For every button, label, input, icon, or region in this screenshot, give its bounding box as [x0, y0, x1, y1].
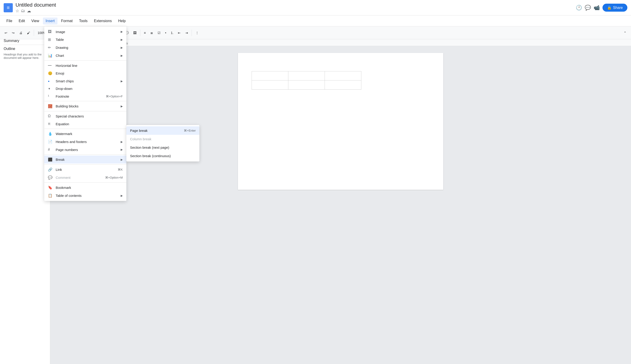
menu-item-footnote[interactable]: ¹ Footnote ⌘+Option+F — [44, 92, 126, 100]
sidebar-summary-label: Summary — [4, 39, 46, 43]
video-call-icon[interactable]: 📹 — [594, 5, 600, 11]
indent-increase-button[interactable]: ⇥ — [184, 30, 190, 36]
footnote-icon: ¹ — [48, 94, 54, 98]
drawing-menu-icon: ✏ — [48, 46, 54, 50]
sidebar-outline-hint: Headings that you add to the document wi… — [4, 53, 46, 60]
equation-label: Equation — [56, 122, 123, 126]
menu-item-break[interactable]: ⬛ Break ▶ — [44, 156, 126, 164]
print-button[interactable]: 🖨 — [17, 30, 24, 36]
equation-icon: π — [48, 122, 54, 126]
submenu-item-section-break-cont[interactable]: Section break (continuous) — [126, 152, 200, 160]
submenu-item-section-break-next[interactable]: Section break (next page) — [126, 143, 200, 152]
menu-edit[interactable]: Edit — [16, 18, 28, 24]
column-break-label: Column break — [130, 137, 196, 141]
line-spacing-button[interactable]: ≣ — [148, 30, 155, 36]
align-button[interactable]: ≡ — [142, 30, 148, 36]
menu-item-watermark[interactable]: 💧 Watermark — [44, 130, 126, 138]
toc-icon: 📋 — [48, 194, 54, 198]
chart-menu-icon: 📊 — [48, 53, 54, 58]
chat-icon[interactable]: 💬 — [585, 5, 591, 11]
menu-item-image[interactable]: 🖼 Image ▶ — [44, 28, 126, 36]
more-tools-button[interactable]: ⋮ — [194, 30, 200, 36]
menu-item-headers-footers[interactable]: 📄 Headers and footers ▶ — [44, 138, 126, 146]
headers-footers-arrow-icon: ▶ — [121, 140, 123, 144]
history-icon[interactable]: 🕐 — [576, 5, 582, 11]
footnote-shortcut: ⌘+Option+F — [106, 95, 123, 98]
collapse-toolbar-button[interactable]: ⌃ — [622, 30, 628, 36]
headers-footers-icon: 📄 — [48, 140, 54, 144]
footnote-label: Footnote — [56, 94, 106, 98]
menu-format[interactable]: Format — [58, 18, 76, 24]
divider-after-comment — [44, 182, 126, 183]
numbered-list-button[interactable]: 1. — [169, 30, 176, 36]
table-cell — [325, 80, 361, 90]
checklist-button[interactable]: ☑ — [156, 30, 162, 36]
undo-button[interactable]: ↩ — [3, 30, 9, 36]
page-break-shortcut: ⌘+Enter — [184, 129, 196, 132]
menu-item-building-blocks[interactable]: 🧱 Building blocks ▶ — [44, 102, 126, 110]
headers-footers-label: Headers and footers — [56, 140, 121, 144]
menu-item-dropdown[interactable]: ▼ Drop-down — [44, 85, 126, 92]
divider-after-chart — [44, 60, 126, 61]
menu-view[interactable]: View — [28, 18, 42, 24]
watermark-label: Watermark — [56, 132, 123, 136]
menu-item-table-of-contents[interactable]: 📋 Table of contents ▶ — [44, 192, 126, 200]
doc-title[interactable]: Untitled document — [16, 2, 576, 8]
divider-after-page-numbers — [44, 154, 126, 155]
document-area — [50, 46, 631, 364]
menu-item-link[interactable]: 🔗 Link ⌘K — [44, 166, 126, 174]
folder-icon[interactable]: 🗂 — [21, 8, 25, 13]
paint-format-button[interactable]: 🖌 — [25, 30, 32, 36]
menu-file[interactable]: File — [4, 18, 15, 24]
image-menu-icon: 🖼 — [48, 30, 54, 34]
special-chars-icon: Ω — [48, 114, 54, 118]
star-icon[interactable]: ☆ — [16, 8, 19, 14]
menu-item-emoji[interactable]: 😊 Emoji — [44, 69, 126, 77]
break-arrow-icon: ▶ — [121, 158, 123, 161]
menu-item-chart[interactable]: 📊 Chart ▶ — [44, 52, 126, 60]
image-button[interactable]: 🖼 — [132, 30, 138, 36]
bullet-list-button[interactable]: • — [163, 30, 168, 36]
smart-chips-icon: ● — [48, 80, 54, 83]
menu-extensions[interactable]: Extensions — [91, 18, 114, 24]
menu-item-bookmark[interactable]: 🔖 Bookmark — [44, 184, 126, 192]
section-break-cont-label: Section break (continuous) — [130, 154, 196, 158]
demo-table — [252, 71, 361, 90]
top-right-area: 🕐 💬 📹 🔒 Share — [576, 4, 627, 12]
topbar: ≡ Untitled document ☆ 🗂 ☁ 🕐 💬 📹 🔒 Share — [0, 0, 631, 16]
menu-help[interactable]: Help — [116, 18, 128, 24]
redo-button[interactable]: ↪ — [10, 30, 16, 36]
share-button[interactable]: 🔒 Share — [602, 4, 627, 12]
toc-label: Table of contents — [56, 194, 121, 198]
image-arrow-icon: ▶ — [121, 30, 123, 33]
page-numbers-icon: # — [48, 148, 54, 152]
separator-5 — [140, 30, 140, 36]
submenu-item-page-break[interactable]: Page break ⌘+Enter — [126, 126, 200, 135]
table-cell — [325, 72, 361, 80]
cloud-icon[interactable]: ☁ — [27, 8, 31, 14]
menu-item-table[interactable]: ⊞ Table ▶ — [44, 36, 126, 44]
table-cell — [252, 72, 288, 80]
horizontal-line-icon: — — [48, 64, 54, 68]
indent-decrease-button[interactable]: ⇤ — [176, 30, 182, 36]
table-cell — [288, 80, 325, 90]
menu-item-page-numbers[interactable]: # Page numbers ▶ — [44, 146, 126, 154]
menu-item-smart-chips[interactable]: ● Smart chips ▶ — [44, 77, 126, 85]
table-row — [252, 72, 361, 80]
chart-menu-label: Chart — [56, 54, 121, 58]
menu-tools[interactable]: Tools — [76, 18, 90, 24]
menu-item-equation[interactable]: π Equation — [44, 120, 126, 128]
table-menu-icon: ⊞ — [48, 38, 54, 42]
break-label: Break — [56, 158, 121, 162]
menu-insert[interactable]: Insert — [43, 18, 58, 24]
table-arrow-icon: ▶ — [121, 38, 123, 41]
image-menu-label: Image — [56, 30, 121, 34]
doc-icon-symbol: ≡ — [7, 5, 10, 11]
menu-item-special-characters[interactable]: Ω Special characters — [44, 112, 126, 120]
smart-chips-label: Smart chips — [56, 79, 121, 83]
menu-item-horizontal-line[interactable]: — Horizontal line — [44, 62, 126, 69]
page-numbers-arrow-icon: ▶ — [121, 148, 123, 151]
google-docs-icon: ≡ — [4, 3, 13, 12]
menu-item-drawing[interactable]: ✏ Drawing ▶ — [44, 44, 126, 52]
divider-after-footnote — [44, 101, 126, 101]
